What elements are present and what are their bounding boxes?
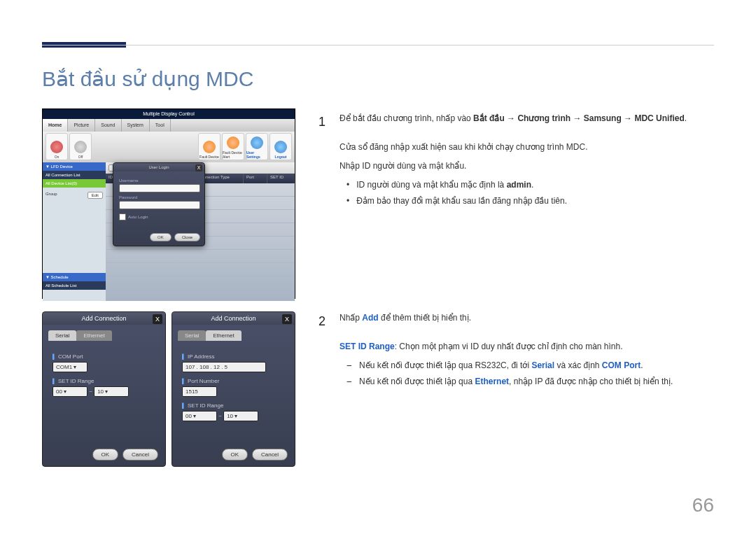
cancel-button[interactable]: Cancel — [252, 449, 288, 461]
add-connection-serial-screenshot: Add Connection X Serial Ethernet COM Por… — [42, 311, 164, 465]
tab-ethernet[interactable]: Ethernet — [76, 330, 111, 341]
bullet-icon: • — [346, 195, 349, 208]
password-label: Password — [119, 195, 199, 199]
step-number-2: 2 — [318, 311, 328, 332]
close-icon[interactable]: X — [282, 314, 292, 324]
header-rule — [42, 45, 714, 45]
sidebar-conn-header[interactable]: All Connection List — [43, 171, 106, 179]
on-button[interactable]: On — [46, 133, 68, 160]
setid-from-select[interactable]: 00 ▾ — [52, 386, 88, 397]
ip-address-label: IP Address — [182, 353, 285, 360]
sidebar-schedule-list[interactable]: All Schedule List — [43, 281, 106, 290]
ip-address-input[interactable]: 107 . 108 . 12 . 5 — [182, 362, 266, 372]
table-row — [106, 263, 295, 276]
add-serial-title: Add Connection X — [43, 312, 165, 325]
setid-to-select[interactable]: 10 ▾ — [94, 386, 129, 397]
toolbar: On Off Fault Device Fault Device Alert U… — [43, 132, 295, 162]
window-titlebar: Multiple Display Control — [43, 109, 295, 119]
mdc-main-screenshot: Multiple Display Control Home Picture So… — [42, 108, 295, 299]
step1-bullet1: • ID người dùng và mật khẩu mặc định là … — [346, 178, 714, 192]
tab-tool[interactable]: Tool — [150, 119, 171, 132]
dash-icon: ‒ — [346, 359, 352, 372]
ok-button[interactable]: OK — [222, 449, 248, 461]
step1-instructions: 1 Để bắt đầu chương trình, nhấp vào Bắt … — [318, 112, 714, 213]
port-number-input[interactable]: 1515 — [182, 386, 217, 397]
fault-alert-button[interactable]: Fault Device Alert — [222, 133, 244, 160]
login-dialog-title: User Login X — [113, 163, 204, 171]
login-ok-button[interactable]: OK — [150, 233, 172, 241]
sidebar-device-header[interactable]: All Device List(0) — [43, 179, 106, 188]
sidebar-group-row: Group Edit — [43, 188, 106, 203]
tab-serial[interactable]: Serial — [178, 330, 206, 341]
sidebar-lfd-header[interactable]: ▼ LFD Device — [43, 162, 106, 171]
dash-icon: ‒ — [346, 375, 352, 388]
setid-to-select[interactable]: 10 ▾ — [223, 411, 258, 421]
step2-instructions: 2 Nhấp Add để thêm thiết bị hiển thị. SE… — [318, 311, 714, 393]
username-input[interactable] — [119, 184, 200, 192]
page-title: Bắt đầu sử dụng MDC — [42, 66, 253, 91]
setid-from-select[interactable]: 00 ▾ — [182, 411, 217, 421]
username-label: Username — [119, 178, 199, 183]
step2-dash2: ‒ Nếu kết nối được thiết lập qua Etherne… — [346, 375, 714, 388]
cancel-button[interactable]: Cancel — [122, 449, 158, 461]
edit-button[interactable]: Edit — [88, 192, 103, 199]
auto-login-check[interactable]: Auto Login — [119, 213, 199, 220]
step2-text: Nhấp Add để thêm thiết bị hiển thị. — [340, 311, 714, 332]
step2-dash1: ‒ Nếu kết nối được thiết lập qua RS232C,… — [346, 359, 714, 372]
close-icon[interactable]: X — [195, 164, 202, 171]
ok-button[interactable]: OK — [92, 449, 119, 461]
user-login-dialog: User Login X Username Password Auto Logi… — [113, 162, 205, 246]
fault-device-button[interactable]: Fault Device — [198, 133, 220, 160]
step1-para2: Nhập ID người dùng và mật khẩu. — [340, 160, 714, 173]
com-port-select[interactable]: COM1 ▾ — [52, 362, 88, 372]
user-settings-button[interactable]: User Settings — [246, 133, 268, 160]
setid-range-label: SET ID Range — [52, 378, 155, 384]
tab-home[interactable]: Home — [43, 119, 68, 132]
add-connection-ethernet-screenshot: Add Connection X Serial Ethernet IP Addr… — [172, 311, 294, 465]
password-input[interactable] — [119, 201, 200, 209]
com-port-label: COM Port — [52, 353, 155, 360]
tab-serial[interactable]: Serial — [48, 330, 76, 341]
col-setid: SET ID — [267, 174, 295, 183]
tab-sound[interactable]: Sound — [95, 119, 121, 132]
step1-text: Để bắt đầu chương trình, nhấp vào Bắt đầ… — [340, 112, 714, 132]
page-number: 66 — [692, 494, 714, 517]
off-button[interactable]: Off — [69, 133, 92, 160]
port-number-label: Port Number — [182, 378, 285, 384]
col-port: Port — [244, 174, 267, 183]
bullet-icon: • — [346, 178, 349, 192]
setid-range-label: SET ID Range — [182, 402, 285, 409]
close-icon[interactable]: X — [153, 314, 162, 324]
checkbox-icon[interactable] — [119, 213, 126, 220]
main-area: Add ID Connection Type Port SET ID — [106, 162, 295, 301]
step1-para1: Cửa sổ đăng nhập xuất hiện sau khi khởi … — [340, 141, 714, 154]
main-tabs: Home Picture Sound System Tool — [43, 119, 295, 132]
sidebar-schedule-header[interactable]: ▼ Schedule — [43, 273, 106, 281]
login-close-button[interactable]: Close — [174, 233, 200, 241]
sidebar: ▼ LFD Device All Connection List All Dev… — [43, 162, 106, 301]
step-number-1: 1 — [318, 112, 328, 132]
tab-ethernet[interactable]: Ethernet — [206, 330, 241, 341]
logout-button[interactable]: Logout — [270, 133, 292, 160]
group-label: Group — [46, 192, 57, 199]
tab-system[interactable]: System — [122, 119, 150, 132]
step2-setid-para: SET ID Range: Chọn một phạm vi ID duy nh… — [340, 340, 714, 353]
step1-bullet2: • Đảm bảo thay đổi mật khẩu sau lần đăng… — [346, 195, 714, 208]
tab-picture[interactable]: Picture — [68, 119, 95, 132]
table-row — [106, 250, 295, 263]
add-ethernet-title: Add Connection X — [172, 312, 295, 325]
